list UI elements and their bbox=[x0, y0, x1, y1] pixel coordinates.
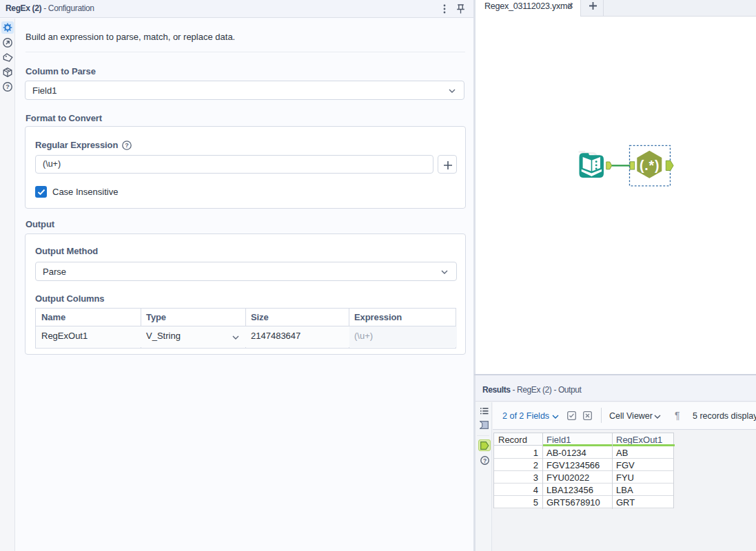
svg-text:(.*): (.*) bbox=[640, 158, 660, 173]
svg-text:?: ? bbox=[482, 457, 486, 464]
svg-text:?: ? bbox=[6, 83, 10, 90]
svg-text:?: ? bbox=[125, 142, 129, 149]
